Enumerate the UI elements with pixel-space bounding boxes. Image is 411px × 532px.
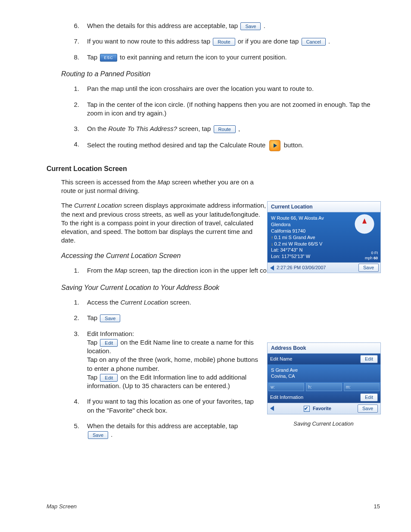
step-number: 1. [67, 84, 87, 93]
step-number: 2. [67, 100, 87, 109]
save-button-icon: Save [240, 22, 261, 30]
down-arrow-icon: ↓ [271, 241, 274, 246]
figure-title: Address Book [268, 343, 380, 354]
step-text: screen, tap the direction icon in the up… [129, 267, 280, 274]
step-text: button. [284, 141, 304, 149]
step-text: or if you are done tap [238, 37, 301, 45]
phone-mobile: m: [344, 383, 380, 392]
favorite-checkbox-icon [304, 406, 310, 412]
step-text: Tap [87, 53, 99, 61]
step-text-em: Route To This Address? [108, 125, 177, 132]
save-button-icon: Save [100, 314, 120, 322]
speed-value: 60 [374, 256, 378, 260]
step-number: 4. [67, 140, 87, 149]
step-text: Tap [87, 339, 99, 346]
step-number: 8. [67, 53, 87, 62]
address-line1: S Grand Ave [271, 367, 377, 373]
compass-icon [355, 214, 374, 234]
step-number: 1. [67, 266, 87, 275]
top-continued-steps: 6. When the details for this address are… [47, 22, 380, 62]
step-text: . [264, 22, 265, 29]
step-text: Pan the map until the icon crosshairs ar… [87, 84, 380, 93]
figure-current-location: Current Location W Route 66, W Alosta Av… [267, 201, 381, 273]
step-number: 5. [67, 422, 87, 430]
figure-title: Current Location [268, 202, 380, 212]
calculate-route-icon [269, 140, 280, 151]
step-number: 4. [67, 397, 87, 406]
edit-button-icon: Edit [360, 393, 378, 401]
route-button-icon: Route [214, 125, 236, 133]
page-number: 15 [374, 503, 380, 510]
edit-button-icon: Edit [100, 339, 118, 347]
routing-steps: 1. Pan the map until the icon crosshairs… [47, 84, 380, 151]
step-number: 3. [67, 124, 87, 133]
step-text: Edit Information: [87, 330, 259, 338]
elevation: 0 Ft [351, 250, 378, 255]
body-text: This screen is accessed from the [61, 178, 157, 186]
step-number: 1. [67, 298, 87, 307]
back-icon [270, 406, 274, 411]
heading-current-location: Current Location Screen [47, 164, 380, 174]
step-text: . [111, 431, 112, 438]
step-text: screen, tap [179, 125, 212, 132]
step-text: If you want to tag this location as one … [87, 397, 259, 415]
step-text: When the details for this address are ac… [87, 22, 240, 29]
up-arrow-icon: ↑ [271, 235, 274, 240]
prev-cross: 0.2 mi W Route 66/S V [274, 241, 323, 246]
favorite-label: Favorite [313, 406, 331, 411]
step-text: Tap [87, 373, 99, 381]
edit-info-label: Edit Information [270, 394, 303, 401]
heading-saving-current: Saving Your Current Location to Your Add… [61, 283, 380, 292]
step-text-em: Current Location [121, 299, 168, 306]
step-text: When the details for this address are ac… [87, 422, 238, 429]
step-text: Tap [87, 314, 99, 321]
speed-unit: mph [365, 256, 373, 260]
save-button-icon: Save [358, 264, 379, 272]
step-text: On the [87, 125, 108, 132]
edit-button-icon: Edit [360, 355, 378, 363]
save-button-icon: Save [88, 431, 108, 439]
back-icon [270, 265, 274, 271]
phone-home: h: [306, 383, 342, 392]
figure-address-book: Address Book Edit Name Edit S Grand Ave … [267, 342, 381, 414]
timestamp: 2:27:26 PM 03/06/2007 [277, 264, 326, 271]
step-text: From the [87, 267, 115, 274]
body-text: The [61, 202, 74, 209]
edit-name-label: Edit Name [270, 356, 292, 362]
step-text-em: Map [115, 267, 127, 274]
step-text: If you want to now route to this address… [87, 37, 212, 45]
cancel-button-icon: Cancel [302, 38, 326, 46]
step-text: Access the [87, 299, 121, 306]
figure-caption: Saving Current Location [267, 420, 380, 428]
body-text-em: Current Location [74, 202, 122, 209]
step-number: 6. [67, 22, 87, 30]
edit-button-icon: Edit [100, 374, 118, 382]
phone-work: w: [268, 383, 304, 392]
footer-section: Map Screen [47, 503, 77, 510]
step-text: , [238, 125, 240, 132]
address-line2: Covina, CA [271, 373, 377, 379]
step-text: to exit panning and return the icon to y… [120, 53, 287, 61]
save-button-icon: Save [358, 404, 378, 413]
step-text: screen. [170, 299, 191, 306]
step-number: 3. [67, 330, 87, 338]
route-button-icon: Route [213, 38, 235, 46]
esc-button-icon: ESC [100, 54, 117, 62]
step-text: Tap on any of the three (work, home, mob… [87, 355, 259, 373]
step-number: 2. [67, 314, 87, 322]
next-cross: 0.1 mi S Grand Ave [274, 235, 315, 240]
heading-routing-panned: Routing to a Panned Position [61, 69, 380, 79]
step-number: 7. [67, 37, 87, 46]
body-text-em: Map [157, 178, 170, 186]
step-text: Select the routing method desired and ta… [87, 141, 268, 149]
step-text: Tap in the center of the icon circle. (I… [87, 100, 380, 118]
step-text: . [328, 37, 330, 45]
